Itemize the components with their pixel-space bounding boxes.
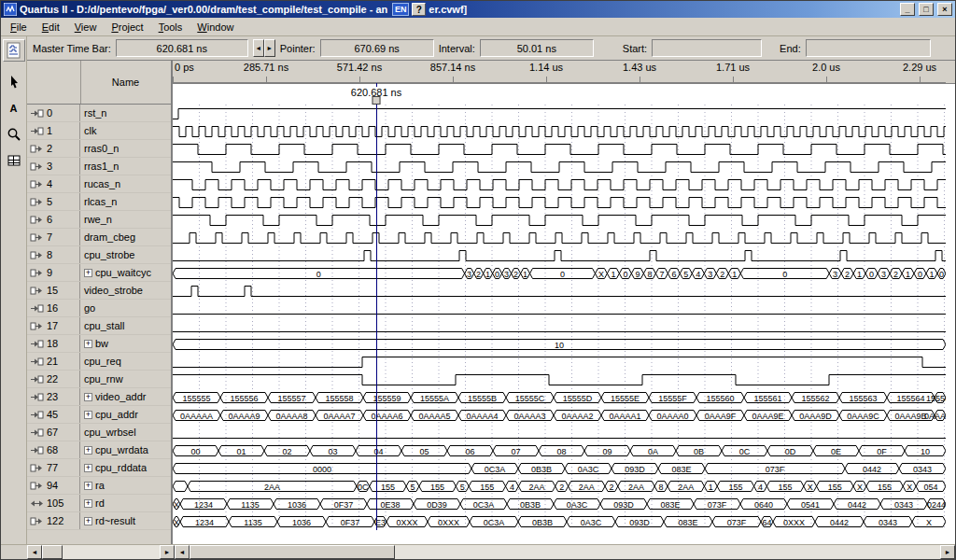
signal-row-cpu_rddata[interactable]: 77+cpu_rddata	[27, 459, 171, 477]
wave-row-cpu_rnw[interactable]	[173, 371, 955, 388]
text-tool-button[interactable]: A	[3, 97, 25, 119]
wave-row-rlcas_n[interactable]	[173, 193, 955, 211]
svg-text:2: 2	[559, 483, 564, 492]
signal-row-bw[interactable]: 18+bw	[27, 335, 171, 353]
menu-window[interactable]: Window	[190, 19, 241, 35]
waves-scroll-thumb[interactable]	[190, 545, 395, 559]
waves-scroll-right-button[interactable]: ►	[940, 545, 955, 559]
master-time-marker-handle[interactable]	[373, 96, 381, 105]
wave-row-cpu_strobe[interactable]	[173, 246, 955, 264]
master-time-marker-line[interactable]	[376, 83, 377, 530]
expand-button[interactable]: +	[84, 482, 92, 490]
wave-row-rucas_n[interactable]	[173, 175, 955, 193]
minimize-button[interactable]: _	[900, 3, 915, 16]
menu-tools[interactable]: Tools	[151, 19, 190, 35]
wave-row-cpu_rddata[interactable]: 00000C3A0B3B0A3C093D083E073F04420343	[173, 459, 955, 477]
time-ruler[interactable]	[173, 76, 955, 83]
wave-row-bw[interactable]: 10	[173, 335, 955, 353]
signal-row-cpu_wrdata[interactable]: 68+cpu_wrdata	[27, 441, 171, 459]
expand-button[interactable]: +	[84, 340, 92, 348]
wave-row-cpu_req[interactable]	[173, 353, 955, 371]
waves-scroll-left-button[interactable]: ◄	[175, 545, 190, 559]
wave-row-rst_n[interactable]	[173, 105, 955, 122]
signal-row-rras0_n[interactable]: 2rras0_n	[27, 140, 171, 158]
names-scrollbar[interactable]: ◄ ►	[27, 545, 175, 559]
wave-row-video_addr[interactable]: 15555515555615555715555815555915555A1555…	[173, 388, 955, 406]
signal-row-dram_cbeg[interactable]: 7dram_cbeg	[27, 229, 171, 246]
title-bar[interactable]: Quartus II - D:/d/pentevo/fpga/_ver0.00/…	[1, 1, 955, 18]
wave-row-cpu_wrbsel[interactable]	[173, 424, 955, 441]
language-indicator-badge[interactable]: EN	[392, 3, 409, 16]
wave-row-cpu_addr[interactable]: 0AAAAA0AAAA90AAAA80AAAA70AAAA60AAAA50AAA…	[173, 406, 955, 424]
wave-row-rd~result[interactable]: X1234113510360F37E30XXX0XXX0C3A0B3B0A3C0…	[173, 512, 955, 530]
signal-row-cpu_strobe[interactable]: 8cpu_strobe	[27, 246, 171, 264]
signal-row-go[interactable]: 16go	[27, 300, 171, 317]
zoom-tool-button[interactable]	[3, 123, 25, 146]
time-step-right-button[interactable]: ►	[264, 39, 275, 57]
wave-row-cpu_stall[interactable]	[173, 317, 955, 335]
expand-button[interactable]: +	[84, 269, 92, 277]
signal-row-cpu_waitcyc[interactable]: 9+cpu_waitcyc	[27, 264, 171, 282]
svg-text:0442: 0442	[830, 518, 849, 527]
signal-row-clk[interactable]: 1clk	[27, 122, 171, 140]
menu-view[interactable]: View	[67, 19, 105, 35]
signal-row-rlcas_n[interactable]: 5rlcas_n	[27, 193, 171, 211]
time-axis[interactable]: 0 ps285.71 ns571.42 ns857.14 ns1.14 us1.…	[173, 61, 955, 76]
wave-row-rras1_n[interactable]	[173, 158, 955, 175]
wave-row-rwe_n[interactable]	[173, 211, 955, 229]
signal-row-cpu_addr[interactable]: 45+cpu_addr	[27, 406, 171, 424]
interval-field: 50.01 ns	[480, 39, 594, 57]
wave-row-clk[interactable]	[173, 122, 955, 140]
names-scroll-right-button[interactable]: ►	[160, 545, 175, 559]
signal-row-cpu_rnw[interactable]: 22cpu_rnw	[27, 371, 171, 388]
language-help-button[interactable]: ?	[412, 3, 426, 16]
signal-row-rwe_n[interactable]: 6rwe_n	[27, 211, 171, 229]
signal-row-cpu_req[interactable]: 21cpu_req	[27, 353, 171, 371]
expand-button[interactable]: +	[84, 499, 92, 508]
svg-text:0C3A: 0C3A	[473, 500, 495, 510]
expand-button[interactable]: +	[84, 464, 92, 472]
signal-name-cell: cpu_rnw	[80, 371, 171, 387]
signal-row-rd[interactable]: 105+rd	[27, 495, 171, 512]
wave-row-cpu_waitcyc[interactable]: 032103210X1098765432103210321010	[173, 264, 955, 282]
waveform-scrollbar[interactable]: ◄ ►	[175, 545, 955, 559]
signal-row-video_addr[interactable]: 23+video_addr	[27, 388, 171, 406]
signal-row-video_strobe[interactable]: 15video_strobe	[27, 282, 171, 300]
signal-row-rd~result[interactable]: 122+rd~result	[27, 512, 171, 530]
time-step-left-button[interactable]: ◄	[253, 39, 264, 57]
close-button[interactable]: ×	[937, 3, 952, 16]
expand-button[interactable]: +	[84, 393, 92, 401]
names-scroll-track[interactable]	[42, 545, 160, 559]
quartus-logo-icon	[4, 3, 17, 16]
restore-button[interactable]: □	[919, 3, 934, 16]
wave-row-ra[interactable]: 2AA0C1555155515542AA22AA22AA82AA11554155…	[173, 477, 955, 495]
svg-text:15555C: 15555C	[515, 394, 545, 403]
menu-edit[interactable]: Edit	[35, 19, 67, 35]
wave-row-video_strobe[interactable]	[173, 282, 955, 300]
expand-button[interactable]: +	[84, 411, 92, 419]
signal-row-cpu_wrbsel[interactable]: 67cpu_wrbsel	[27, 424, 171, 441]
signal-row-cpu_stall[interactable]: 17cpu_stall	[27, 317, 171, 335]
waves-scroll-track[interactable]	[190, 545, 940, 559]
selection-tool-button[interactable]	[3, 71, 25, 93]
wave-row-dram_cbeg[interactable]	[173, 229, 955, 246]
signal-row-rst_n[interactable]: 0rst_n	[27, 105, 171, 122]
wave-row-go[interactable]	[173, 300, 955, 317]
expand-button[interactable]: +	[84, 446, 92, 455]
expand-button[interactable]: +	[84, 517, 92, 525]
wave-row-rd[interactable]: X1234113510360F370E380D390C3A0B3B0A3C093…	[173, 495, 955, 512]
names-scroll-left-button[interactable]: ◄	[27, 545, 42, 559]
master-time-field[interactable]: 620.681 ns	[116, 39, 248, 57]
menu-file[interactable]: File	[3, 19, 35, 35]
signal-id-cell: 17	[27, 317, 80, 334]
wave-row-cpu_wrdata[interactable]: 000102030405060708090A0B0C0D0E0F10	[173, 441, 955, 459]
names-scroll-thumb[interactable]	[42, 545, 63, 559]
wave-row-rras0_n[interactable]	[173, 140, 955, 158]
menu-project[interactable]: Project	[104, 19, 150, 35]
waveform-editor-button[interactable]	[3, 39, 25, 62]
signal-row-rras1_n[interactable]: 3rras1_n	[27, 158, 171, 175]
marker-strip[interactable]: 620.681 ns	[173, 83, 955, 105]
signal-row-ra[interactable]: 94+ra	[27, 477, 171, 495]
signal-row-rucas_n[interactable]: 4rucas_n	[27, 175, 171, 193]
grid-tool-button[interactable]	[3, 149, 25, 172]
